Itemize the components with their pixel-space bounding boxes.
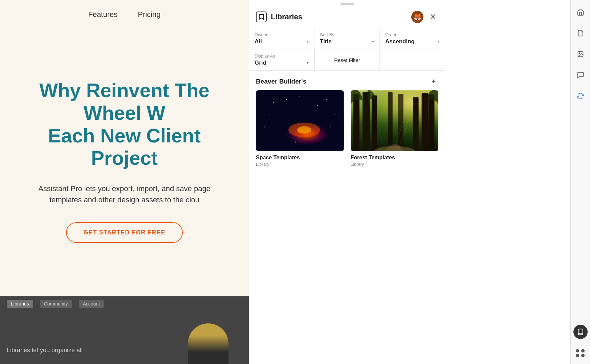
svg-point-8 (264, 127, 265, 128)
svg-rect-20 (371, 95, 377, 151)
space-template-type: Library (256, 162, 344, 167)
svg-point-28 (579, 53, 580, 54)
dot-3 (576, 354, 579, 357)
space-template-name: Space Templates (256, 155, 344, 161)
display-value-row: Grid ▾ (255, 60, 309, 66)
cta-button[interactable]: GET STARTED FOR FREE (66, 222, 183, 243)
filter-empty-cell (380, 49, 445, 70)
panel-header-left: Libraries (256, 12, 302, 22)
owner-chevron: ▾ (307, 39, 309, 44)
svg-rect-22 (428, 94, 434, 151)
forest-thumbnail (351, 90, 439, 151)
library-card-forest[interactable]: Forest Templates Library (351, 90, 439, 167)
display-label: Display As (255, 53, 309, 59)
display-chevron: ▾ (307, 61, 309, 65)
space-thumb (256, 90, 344, 151)
dot-4 (581, 354, 585, 357)
display-value: Grid (255, 60, 266, 66)
panel-title: Libraries (271, 13, 302, 21)
svg-point-7 (335, 114, 335, 115)
bookmark-icon (256, 12, 267, 22)
right-toolbar (570, 0, 590, 364)
svg-point-1 (273, 102, 274, 103)
hero-title: Why Reinvent The Wheel WEach New Client … (14, 79, 235, 169)
bottom-tab-community[interactable]: Community (40, 300, 72, 308)
nav-features[interactable]: Features (88, 10, 117, 19)
forest-template-type: Library (351, 162, 439, 167)
section-header: Beaver Builder's + (249, 71, 445, 90)
drag-handle[interactable] (341, 3, 354, 5)
filter-owner[interactable]: Owner All ▾ (249, 28, 314, 49)
hero-section: Why Reinvent The Wheel WEach New Client … (0, 26, 249, 296)
sort-value: Title (320, 38, 332, 45)
forest-template-name: Forest Templates (351, 155, 439, 161)
image-icon[interactable] (575, 49, 586, 60)
sort-value-row: Title ▾ (320, 38, 374, 45)
section-title: Beaver Builder's (256, 78, 306, 85)
library-icon[interactable] (573, 325, 588, 339)
svg-point-15 (297, 126, 311, 134)
order-value-row: Ascending ▾ (385, 38, 440, 45)
reset-filter-label: Reset Filter (334, 57, 360, 63)
dot-2 (581, 349, 585, 352)
bg-nav: Features Pricing (0, 0, 249, 26)
filter-row-1: Owner All ▾ Sort By Title ▾ Order Ascend… (249, 28, 445, 49)
svg-rect-19 (362, 92, 370, 151)
dot-1 (576, 349, 579, 352)
bg-bottom-strip: Libraries Community Account Libraries le… (0, 296, 249, 364)
order-label: Order (385, 32, 440, 37)
filter-sort[interactable]: Sort By Title ▾ (314, 28, 380, 49)
reset-filter-cell[interactable]: Reset Filter (314, 49, 380, 70)
sync-icon[interactable] (575, 91, 586, 101)
svg-rect-23 (413, 97, 418, 151)
svg-rect-18 (353, 94, 359, 151)
svg-rect-24 (388, 92, 392, 151)
close-button[interactable]: ✕ (428, 12, 438, 22)
background-page: Features Pricing Why Reinvent The Wheel … (0, 0, 249, 364)
sort-chevron: ▾ (372, 39, 374, 44)
filter-display[interactable]: Display As Grid ▾ (249, 49, 314, 70)
svg-point-3 (300, 96, 300, 97)
home-icon[interactable] (575, 7, 586, 18)
order-value: Ascending (385, 38, 415, 45)
library-card-space[interactable]: Space Templates Library (256, 90, 344, 167)
bottom-tab-libraries[interactable]: Libraries (7, 300, 33, 308)
libraries-panel: Libraries 🦊 ✕ Owner All ▾ Sort By Title … (249, 0, 445, 364)
comment-icon[interactable] (575, 70, 586, 81)
sort-label: Sort By (320, 32, 374, 37)
bg-bottom-text: Libraries let you organize all (7, 347, 83, 354)
svg-point-6 (269, 114, 269, 115)
nav-pricing[interactable]: Pricing (138, 10, 160, 19)
bottom-tab-account[interactable]: Account (79, 300, 104, 308)
panel-header: Libraries 🦊 ✕ (249, 7, 445, 28)
owner-label: Owner (255, 32, 309, 37)
forest-thumb (351, 90, 439, 151)
svg-point-5 (326, 99, 327, 100)
space-thumbnail (256, 90, 344, 151)
document-icon[interactable] (575, 28, 586, 39)
avatar[interactable]: 🦊 (411, 11, 423, 23)
add-button[interactable]: + (429, 77, 438, 86)
svg-point-4 (317, 105, 318, 106)
grid-content: Space Templates Library (249, 90, 445, 364)
hero-subtitle: Assistant Pro lets you export, import, a… (38, 183, 211, 205)
svg-point-2 (286, 99, 287, 100)
library-grid: Space Templates Library (256, 90, 438, 167)
panel-header-right: 🦊 ✕ (411, 11, 438, 23)
filter-order[interactable]: Order Ascending ▾ (380, 28, 445, 49)
more-options[interactable] (576, 349, 585, 357)
filter-row-2: Display As Grid ▾ Reset Filter (249, 49, 445, 71)
owner-value-row: All ▾ (255, 38, 309, 45)
owner-value: All (255, 38, 262, 45)
svg-rect-21 (421, 93, 428, 151)
order-chevron: ▾ (438, 39, 440, 44)
